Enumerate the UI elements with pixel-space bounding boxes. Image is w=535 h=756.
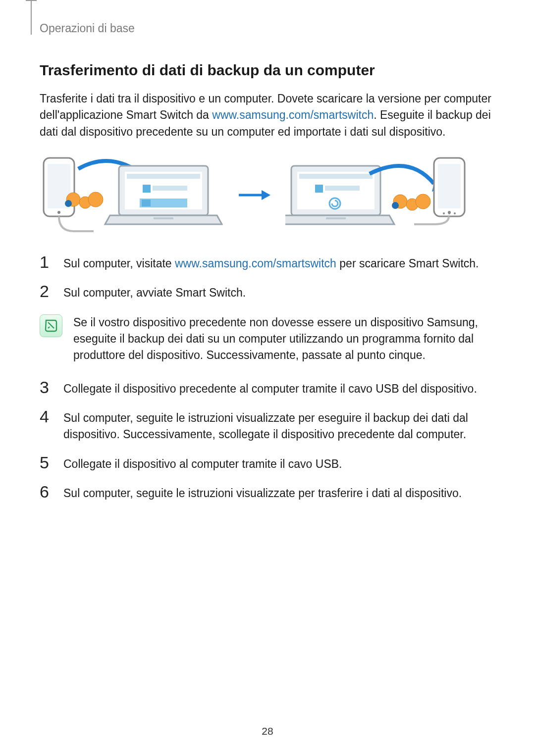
note-icon: [40, 314, 62, 337]
svg-point-5: [88, 192, 103, 207]
step-number: 1: [40, 253, 53, 270]
svg-point-2: [57, 211, 60, 214]
page-number: 28: [0, 725, 535, 737]
svg-point-35: [443, 212, 445, 214]
svg-point-36: [448, 212, 450, 214]
note-callout: Se il vostro dispositivo precedente non …: [40, 314, 495, 364]
intro-paragraph: Trasferite i dati tra il dispositivo e u…: [40, 91, 495, 140]
step-6: 6 Sul computer, seguite le istruzioni vi…: [40, 485, 495, 502]
svg-marker-15: [105, 215, 222, 224]
svg-rect-12: [153, 186, 187, 191]
note-text: Se il vostro dispositivo precedente non …: [73, 314, 495, 364]
svg-point-6: [65, 200, 72, 207]
svg-rect-14: [142, 200, 151, 206]
svg-marker-25: [285, 215, 394, 224]
step-1-link[interactable]: www.samsung.com/smartswitch: [175, 257, 336, 270]
svg-rect-33: [438, 164, 461, 208]
step-1: 1 Sul computer, visitate www.samsung.com…: [40, 255, 495, 272]
svg-rect-16: [154, 217, 173, 219]
svg-rect-10: [127, 174, 200, 179]
transfer-diagram: [40, 154, 495, 236]
svg-rect-22: [315, 185, 323, 193]
svg-point-37: [454, 212, 456, 214]
step-text: Sul computer, seguite le istruzioni visu…: [63, 410, 495, 443]
step-text: Sul computer, visitate www.samsung.com/s…: [63, 255, 495, 272]
svg-point-30: [416, 194, 430, 209]
step-4: 4 Sul computer, seguite le istruzioni vi…: [40, 410, 495, 443]
svg-rect-23: [325, 186, 360, 191]
step-text: Sul computer, seguite le istruzioni visu…: [63, 485, 495, 502]
step-5: 5 Collegate il dispositivo al computer t…: [40, 456, 495, 472]
step-text: Sul computer, avviate Smart Switch.: [63, 285, 495, 301]
section-label: Operazioni di base: [40, 22, 495, 35]
step-1-before: Sul computer, visitate: [63, 257, 175, 270]
diagram-laptop-to-phone: [285, 154, 469, 236]
svg-rect-21: [299, 174, 373, 179]
page-heading: Trasferimento di dati di backup da un co…: [40, 62, 495, 79]
step-1-after: per scaricare Smart Switch.: [336, 257, 479, 270]
diagram-phone-to-laptop: [40, 154, 223, 236]
header-rule: [31, 0, 32, 35]
step-number: 4: [40, 408, 53, 425]
step-text: Collegate il dispositivo al computer tra…: [63, 456, 495, 472]
step-text: Collegate il dispositivo precedente al c…: [63, 381, 495, 397]
step-3: 3 Collegate il dispositivo precedente al…: [40, 381, 495, 397]
step-number: 6: [40, 483, 53, 500]
svg-rect-26: [326, 217, 346, 219]
svg-rect-11: [143, 185, 151, 193]
step-number: 3: [40, 379, 53, 396]
step-number: 5: [40, 454, 53, 471]
svg-point-31: [392, 202, 399, 209]
step-2: 2 Sul computer, avviate Smart Switch.: [40, 285, 495, 301]
arrow-right-icon: [237, 185, 271, 205]
step-number: 2: [40, 283, 53, 300]
intro-link[interactable]: www.samsung.com/smartswitch: [212, 108, 374, 121]
svg-marker-18: [262, 190, 270, 200]
